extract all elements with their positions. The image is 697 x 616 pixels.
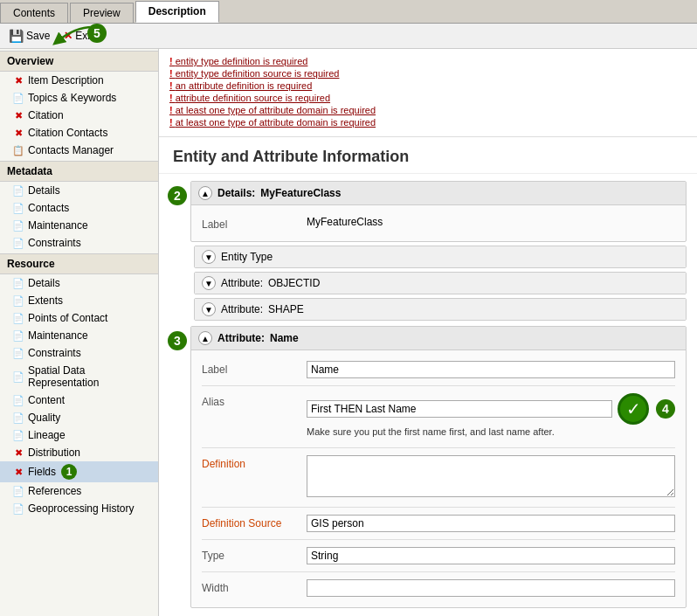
definition-source-input[interactable] xyxy=(307,515,675,532)
sidebar-item-label: Spatial Data Representation xyxy=(28,364,151,389)
sidebar-item-resource-details[interactable]: 📄 Details xyxy=(0,274,158,292)
attr-shape-name: SHAPE xyxy=(268,303,304,315)
sidebar-item-resource-fields[interactable]: ✖ Fields 1 xyxy=(0,461,158,482)
attr-objectid-title: Attribute: xyxy=(221,277,263,289)
details-panel-toggle[interactable]: ▲ xyxy=(198,186,212,200)
sidebar-item-label: Points of Contact xyxy=(28,312,107,324)
red-x-icon: ✖ xyxy=(12,74,24,87)
attr-shape-toggle[interactable]: ▼ xyxy=(202,302,216,316)
label-key: Label xyxy=(202,216,307,231)
error-item[interactable]: at least one type of attribute domain is… xyxy=(169,117,687,128)
sidebar-item-resource-constraints[interactable]: 📄 Constraints xyxy=(0,344,158,362)
sidebar-item-contacts-manager[interactable]: 📋 Contacts Manager xyxy=(0,142,158,159)
sidebar-item-metadata-details[interactable]: 📄 Details xyxy=(0,182,158,199)
name-attr-panel-header[interactable]: ▲ Attribute: Name xyxy=(191,327,686,350)
entity-type-header[interactable]: ▼ Entity Type xyxy=(195,246,686,267)
sidebar-item-resource-lineage[interactable]: 📄 Lineage xyxy=(0,426,158,444)
width-key: Width xyxy=(202,579,307,594)
attr-objectid-header[interactable]: ▼ Attribute: OBJECTID xyxy=(195,273,686,294)
doc-icon: 📄 xyxy=(12,502,24,515)
sidebar-item-resource-geoprocessing[interactable]: 📄 Geoprocessing History xyxy=(0,500,158,517)
sidebar-item-label: Content xyxy=(28,394,65,406)
label-value: MyFeatureClass xyxy=(307,216,675,228)
sidebar-item-metadata-maintenance[interactable]: 📄 Maintenance xyxy=(0,217,158,234)
doc-icon: 📄 xyxy=(12,394,24,406)
details-feature-class: MyFeatureClass xyxy=(260,187,341,199)
sidebar-item-label: Citation Contacts xyxy=(28,127,107,139)
type-input[interactable] xyxy=(307,547,675,564)
sidebar-item-label: Citation xyxy=(28,109,64,121)
type-key: Type xyxy=(202,547,307,562)
tab-contents[interactable]: Contents xyxy=(0,3,68,23)
doc-icon: 📋 xyxy=(12,144,24,156)
type-row: Type xyxy=(202,543,675,568)
sidebar-item-citation[interactable]: ✖ Citation xyxy=(0,107,158,124)
doc-icon: 📄 xyxy=(12,429,24,441)
doc-icon: 📄 xyxy=(12,277,24,289)
attr-shape-header[interactable]: ▼ Attribute: SHAPE xyxy=(195,299,686,320)
attr-objectid-name: OBJECTID xyxy=(268,277,320,289)
tab-preview[interactable]: Preview xyxy=(70,3,134,23)
error-item[interactable]: an attribute definition is required xyxy=(169,80,687,91)
step5-badge: 5 xyxy=(87,24,107,43)
sidebar-item-resource-extents[interactable]: 📄 Extents xyxy=(0,292,158,309)
red-x-icon: ✖ xyxy=(12,466,24,478)
tab-bar: Contents Preview Description xyxy=(0,0,697,24)
sidebar-item-metadata-constraints[interactable]: 📄 Constraints xyxy=(0,234,158,252)
name-label-key: Label xyxy=(202,361,307,376)
attr-objectid-panel: ▼ Attribute: OBJECTID xyxy=(194,272,687,294)
doc-icon: 📄 xyxy=(12,312,24,324)
save-button[interactable]: 💾 Save xyxy=(5,27,53,45)
sidebar-item-label: Quality xyxy=(28,412,60,424)
error-item[interactable]: entity type definition is required xyxy=(169,56,687,66)
sidebar-item-resource-references[interactable]: 📄 References xyxy=(0,482,158,500)
alias-key: Alias xyxy=(202,393,307,408)
attr-objectid-toggle[interactable]: ▼ xyxy=(202,276,216,290)
error-item[interactable]: entity type definition source is require… xyxy=(169,68,687,79)
name-attr-title: Attribute: xyxy=(217,332,265,344)
form-divider xyxy=(202,571,675,572)
sidebar-item-citation-contacts[interactable]: ✖ Citation Contacts xyxy=(0,124,158,142)
form-divider xyxy=(202,539,675,540)
definition-textarea[interactable] xyxy=(307,455,675,497)
doc-icon: 📄 xyxy=(12,184,24,197)
error-list: entity type definition is required entit… xyxy=(159,49,697,137)
details-panel-header[interactable]: ▲ Details: MyFeatureClass xyxy=(191,182,686,205)
sidebar-item-label: Details xyxy=(28,184,60,197)
name-attr-toggle[interactable]: ▲ xyxy=(198,331,212,345)
name-attr-body: Label Alias xyxy=(191,350,686,607)
sidebar-item-resource-points-of-contact[interactable]: 📄 Points of Contact xyxy=(0,309,158,327)
sidebar-item-topics-keywords[interactable]: 📄 Topics & Keywords xyxy=(0,89,158,107)
sidebar-item-label: Contacts xyxy=(28,202,69,214)
details-panel-title: Details: xyxy=(217,187,255,199)
sidebar-item-metadata-contacts[interactable]: 📄 Contacts xyxy=(0,199,158,217)
sidebar-item-item-description[interactable]: ✖ Item Description xyxy=(0,72,158,89)
red-x-icon: ✖ xyxy=(12,127,24,139)
sidebar: Overview ✖ Item Description 📄 Topics & K… xyxy=(0,49,159,616)
sidebar-item-label: Details xyxy=(28,277,60,289)
definition-row: Definition xyxy=(202,452,675,503)
doc-icon: 📄 xyxy=(12,329,24,342)
error-item[interactable]: at least one type of attribute domain is… xyxy=(169,105,687,115)
entity-type-toggle[interactable]: ▼ xyxy=(202,250,216,264)
main-layout: Overview ✖ Item Description 📄 Topics & K… xyxy=(0,49,697,616)
alias-input[interactable] xyxy=(307,400,612,418)
doc-icon: 📄 xyxy=(12,219,24,232)
width-input[interactable] xyxy=(307,579,675,597)
doc-icon: 📄 xyxy=(12,412,24,424)
tab-description[interactable]: Description xyxy=(135,1,219,23)
sidebar-item-resource-maintenance[interactable]: 📄 Maintenance xyxy=(0,327,158,344)
sidebar-item-resource-quality[interactable]: 📄 Quality xyxy=(0,409,158,426)
check-icon: ✓ xyxy=(626,398,641,419)
content-area: entity type definition is required entit… xyxy=(159,49,697,616)
alias-note: Make sure you put the first name first, … xyxy=(307,425,675,440)
sidebar-item-label: Geoprocessing History xyxy=(28,502,134,515)
sidebar-item-resource-content[interactable]: 📄 Content xyxy=(0,391,158,409)
red-x-icon: ✖ xyxy=(12,446,24,459)
error-item[interactable]: attribute definition source is required xyxy=(169,93,687,103)
sidebar-item-resource-spatial-data[interactable]: 📄 Spatial Data Representation xyxy=(0,362,158,391)
sidebar-item-label: Constraints xyxy=(28,237,81,249)
definition-key: Definition xyxy=(202,455,307,470)
sidebar-item-resource-distribution[interactable]: ✖ Distribution xyxy=(0,444,158,461)
name-label-input[interactable] xyxy=(307,361,675,378)
